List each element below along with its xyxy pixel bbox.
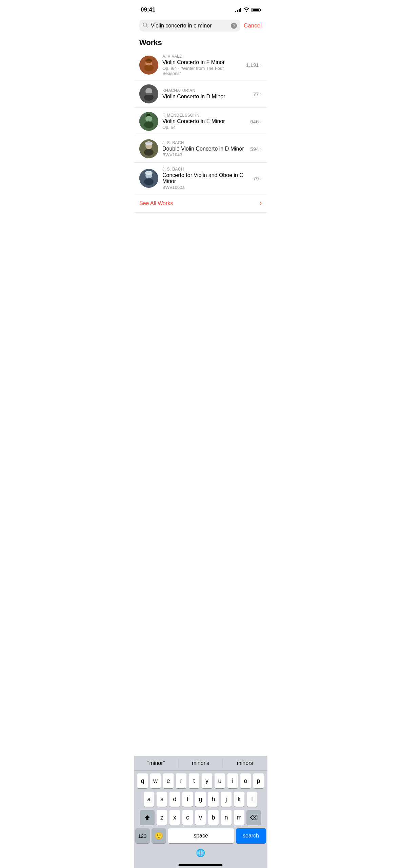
svg-point-9 bbox=[144, 94, 154, 101]
work-composer: KHACHATURIAN bbox=[162, 88, 249, 93]
work-count-area: 77 › bbox=[253, 91, 262, 97]
see-all-label: See All Works bbox=[139, 200, 173, 206]
work-title: Concerto for Violin and Oboe in C Minor bbox=[162, 172, 249, 184]
svg-point-13 bbox=[144, 121, 154, 128]
work-title: Violin Concerto in F Minor bbox=[162, 59, 242, 65]
work-count: 79 bbox=[253, 176, 259, 181]
signal-icon bbox=[235, 7, 241, 12]
work-info: A. VIVALDI Violin Concerto in F Minor Op… bbox=[162, 54, 242, 76]
status-icons bbox=[235, 7, 260, 13]
works-section: Works A. VIVALDI Violin Concerto in F Mi… bbox=[134, 34, 267, 213]
wifi-icon bbox=[243, 7, 249, 13]
chevron-icon: › bbox=[260, 146, 262, 152]
work-item[interactable]: KHACHATURIAN Violin Concerto in D Minor … bbox=[134, 80, 267, 108]
work-count: 646 bbox=[250, 119, 259, 124]
works-list: A. VIVALDI Violin Concerto in F Minor Op… bbox=[134, 50, 267, 194]
work-info: J. S. BACH Concerto for Violin and Oboe … bbox=[162, 167, 249, 190]
clear-button[interactable]: ✕ bbox=[231, 23, 237, 29]
work-subtitle: Op. 64 bbox=[162, 125, 246, 130]
work-title: Violin Concerto in E Minor bbox=[162, 118, 246, 124]
chevron-icon: › bbox=[260, 91, 262, 97]
search-icon bbox=[143, 22, 148, 29]
search-input[interactable]: Violin concerto in e minor bbox=[151, 23, 228, 29]
avatar bbox=[139, 169, 158, 188]
see-all-works-button[interactable]: See All Works › bbox=[134, 194, 267, 213]
avatar bbox=[139, 112, 158, 131]
avatar bbox=[139, 84, 158, 103]
svg-point-20 bbox=[144, 178, 154, 185]
work-count: 77 bbox=[253, 91, 259, 97]
work-count: 1,191 bbox=[246, 62, 259, 68]
work-composer: J. S. BACH bbox=[162, 167, 249, 172]
cancel-button[interactable]: Cancel bbox=[244, 22, 262, 29]
work-title: Double Violin Concerto in D Minor bbox=[162, 146, 246, 152]
work-item[interactable]: A. VIVALDI Violin Concerto in F Minor Op… bbox=[134, 50, 267, 80]
work-item[interactable]: J. S. BACH Concerto for Violin and Oboe … bbox=[134, 163, 267, 194]
work-item[interactable]: F. MENDELSSOHN Violin Concerto in E Mino… bbox=[134, 108, 267, 135]
work-info: F. MENDELSSOHN Violin Concerto in E Mino… bbox=[162, 113, 246, 130]
battery-icon bbox=[252, 8, 260, 12]
work-subtitle: BWV1060a bbox=[162, 185, 249, 190]
svg-point-16 bbox=[144, 149, 154, 156]
section-title-works: Works bbox=[134, 34, 267, 50]
work-info: KHACHATURIAN Violin Concerto in D Minor bbox=[162, 88, 249, 100]
work-title: Violin Concerto in D Minor bbox=[162, 94, 249, 100]
work-item[interactable]: J. S. BACH Double Violin Concerto in D M… bbox=[134, 135, 267, 163]
chevron-icon: › bbox=[260, 119, 262, 124]
work-info: J. S. BACH Double Violin Concerto in D M… bbox=[162, 140, 246, 157]
work-subtitle: Op. 8/4 · "Winter from The Four Seasons" bbox=[162, 66, 242, 76]
search-bar[interactable]: Violin concerto in e minor ✕ bbox=[139, 20, 240, 32]
work-composer: A. VIVALDI bbox=[162, 54, 242, 59]
avatar bbox=[139, 139, 158, 158]
status-time: 09:41 bbox=[141, 6, 155, 13]
work-subtitle: BWV1043 bbox=[162, 152, 246, 157]
chevron-icon: › bbox=[260, 62, 262, 68]
work-count-area: 79 › bbox=[253, 176, 262, 181]
work-composer: F. MENDELSSOHN bbox=[162, 113, 246, 118]
status-bar: 09:41 bbox=[134, 0, 267, 17]
chevron-icon: › bbox=[260, 176, 262, 181]
work-count-area: 646 › bbox=[250, 119, 262, 124]
svg-rect-10 bbox=[146, 93, 152, 95]
work-count-area: 594 › bbox=[250, 146, 262, 152]
work-composer: J. S. BACH bbox=[162, 140, 246, 145]
svg-line-1 bbox=[146, 26, 148, 27]
work-count-area: 1,191 › bbox=[246, 62, 262, 68]
search-bar-row: Violin concerto in e minor ✕ Cancel bbox=[134, 17, 267, 34]
see-all-chevron-icon: › bbox=[260, 200, 262, 207]
work-count: 594 bbox=[250, 146, 259, 152]
avatar bbox=[139, 56, 158, 75]
